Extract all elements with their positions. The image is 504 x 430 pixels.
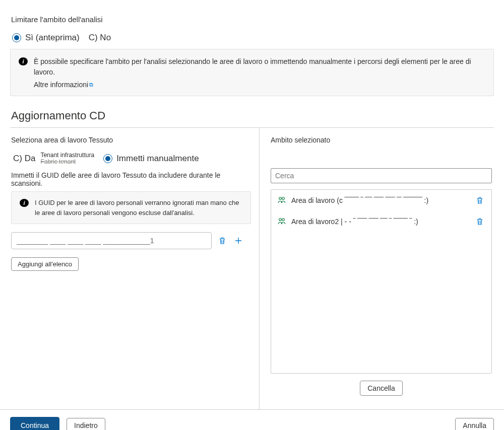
- more-info-link[interactable]: Altre informazioni: [34, 81, 93, 89]
- info-icon: i: [19, 57, 28, 65]
- workspace-icon: [277, 217, 286, 227]
- svg-point-2: [279, 218, 282, 221]
- plus-icon: [234, 236, 243, 245]
- source-radio-group: C) Da Tenant infrastruttura Fabric tenan…: [13, 152, 251, 165]
- right-subheading: Ambito selezionato: [271, 136, 492, 144]
- tenant-label: Tenant infrastruttura Fabric tenant: [40, 152, 94, 165]
- list-item: Area di lavoro (c ‾‾‾‾‾‾ ‾ ‾‾‾ ‾‾‾‾ ‾‾‾‾…: [271, 190, 491, 211]
- radio-manual-label: Immetti manualmente: [116, 154, 199, 164]
- trash-icon: [218, 236, 227, 245]
- scope-list: Area di lavoro (c ‾‾‾‾‾‾ ‾ ‾‾‾ ‾‾‾‾ ‾‾‾‾…: [271, 189, 492, 374]
- tenant-strike: Fabric tenant: [40, 158, 76, 165]
- back-button[interactable]: Indietro: [67, 418, 105, 430]
- radio-yes-label: Sì (anteprima): [25, 33, 80, 43]
- info-banner-guid: i I GUID per le aree di lavoro personali…: [11, 191, 251, 224]
- tenant-text: Tenant infrastruttura: [40, 152, 94, 159]
- svg-point-1: [282, 197, 285, 199]
- search-input[interactable]: [271, 168, 492, 183]
- radio-yes[interactable]: Sì (anteprima): [12, 33, 80, 43]
- svg-point-3: [282, 218, 285, 221]
- add-guid-button[interactable]: [233, 235, 244, 246]
- left-subheading: Seleziona area di lavoro Tessuto: [11, 136, 251, 144]
- list-item-label: Area di lavoro2 | - - ‾ ‾‾‾‾ ‾‾‾‾ ‾‾‾ ‾ …: [291, 218, 469, 226]
- radio-da-label: C) Da: [13, 154, 35, 164]
- radio-manual[interactable]: Immetti manualmente: [103, 154, 199, 164]
- radio-no-label: C) No: [89, 33, 111, 43]
- trash-icon: [475, 196, 484, 205]
- delete-item-button[interactable]: [474, 195, 485, 206]
- list-item: Area di lavoro2 | - - ‾ ‾‾‾‾ ‾‾‾‾ ‾‾‾ ‾ …: [271, 211, 491, 232]
- info-banner-scope: i È possibile specificare l'ambito per l…: [10, 49, 494, 96]
- left-column: Seleziona area di lavoro Tessuto C) Da T…: [10, 128, 260, 409]
- radio-dot-icon: [103, 154, 112, 163]
- section-title: Aggiornamento CD: [11, 109, 494, 125]
- workspace-icon: [277, 195, 286, 206]
- clear-button[interactable]: Cancella: [360, 381, 402, 396]
- cancel-button[interactable]: Annulla: [455, 418, 494, 430]
- guid-input[interactable]: [11, 232, 212, 249]
- delete-guid-button[interactable]: [217, 235, 228, 246]
- trash-icon: [475, 217, 484, 226]
- info-icon: i: [20, 199, 29, 207]
- right-column: Ambito selezionato Area di lavoro (c ‾‾‾…: [260, 128, 494, 409]
- continue-button[interactable]: Continua: [10, 417, 59, 430]
- radio-da[interactable]: C) Da: [13, 154, 35, 164]
- delete-item-button[interactable]: [474, 216, 485, 227]
- guid-desc: Immetti il GUID delle aree di lavoro Tes…: [11, 171, 251, 187]
- info-text: È possibile specificare l'ambito per l'a…: [34, 56, 485, 78]
- page-heading: Limitare l'ambito dell'analisi: [11, 15, 494, 24]
- radio-dot-icon: [12, 33, 21, 42]
- svg-point-0: [279, 197, 282, 199]
- list-item-label: Area di lavoro (c ‾‾‾‾‾‾ ‾ ‾‾‾ ‾‾‾‾ ‾‾‾‾…: [291, 196, 469, 204]
- footer: Continua Indietro Annulla: [0, 409, 504, 430]
- add-to-list-button[interactable]: Aggiungi all'elenco: [11, 257, 79, 271]
- radio-no[interactable]: C) No: [89, 33, 111, 43]
- info-guid-text: I GUID per le aree di lavoro personali v…: [35, 198, 242, 218]
- scope-radio-group: Sì (anteprima) C) No: [12, 33, 494, 43]
